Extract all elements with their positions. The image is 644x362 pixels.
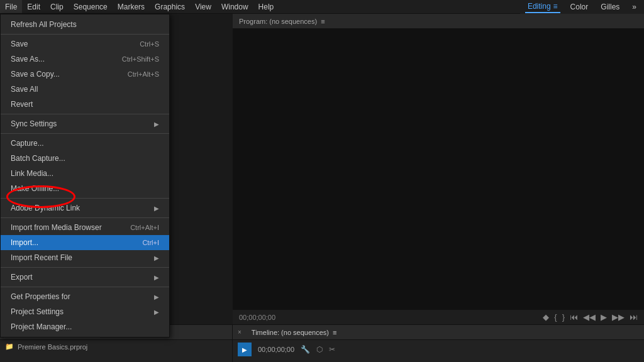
gilles-label: Gilles (601, 3, 619, 11)
program-monitor-timecode-bar: 00;00;00;00 ◆ { } ⏮ ◀◀ ▶ ▶▶ ⏭ (233, 310, 644, 324)
menu-edit[interactable]: Edit (22, 0, 45, 13)
menu-item-refresh-all-projects[interactable]: Refresh All Projects (1, 17, 169, 32)
menu-item-import-from-media-browser[interactable]: Import from Media Browser Ctrl+Alt+I (1, 220, 169, 235)
menu-graphics[interactable]: Graphics (150, 0, 190, 13)
workspace-color[interactable]: Color (568, 1, 591, 13)
menu-item-capture[interactable]: Capture... (1, 136, 169, 151)
go-to-out-btn[interactable]: ⏭ (630, 312, 638, 322)
timeline-panel: × Timeline: (no sequences) ≡ ▶ 00;00;00;… (233, 325, 644, 362)
workspace-more[interactable]: » (630, 1, 639, 13)
timeline-magnet-icon[interactable]: ⬡ (316, 345, 323, 354)
workspace-bar: Editing ≡ Color Gilles » (520, 0, 644, 14)
menu-item-project-manager[interactable]: Project Manager... (1, 319, 169, 334)
menu-item-sync-settings[interactable]: Sync Settings ▶ (1, 116, 169, 131)
menu-sequence[interactable]: Sequence (69, 0, 113, 13)
menu-window[interactable]: Window (216, 0, 253, 13)
menu-item-save-as[interactable]: Save As... Ctrl+Shift+S (1, 52, 169, 67)
program-monitor-content (233, 29, 644, 310)
menu-help[interactable]: Help (253, 0, 279, 13)
program-monitor-header: Program: (no sequences) ≡ (233, 14, 644, 29)
menu-markers[interactable]: Markers (113, 0, 150, 13)
timeline-controls-row: ▶ 00;00;00;00 🔧 ⬡ ✂ (233, 340, 644, 359)
editing-icon: ≡ (553, 2, 558, 11)
color-label: Color (570, 3, 589, 11)
menu-item-import-recent-file[interactable]: Import Recent File ▶ (1, 250, 169, 265)
menu-item-export[interactable]: Export ▶ (1, 270, 169, 285)
out-point-btn[interactable]: } (562, 312, 565, 322)
menu-bar: File Edit Clip Sequence Markers Graphics… (0, 0, 644, 14)
marker-btn[interactable]: ◆ (543, 312, 549, 322)
timeline-tab[interactable]: Timeline: (no sequences) ≡ (245, 327, 343, 338)
timeline-play-btn[interactable]: ▶ (238, 343, 252, 356)
menu-item-save[interactable]: Save Ctrl+S (1, 36, 169, 52)
program-monitor-area: Program: (no sequences) ≡ 00;00;00;00 ◆ … (233, 14, 644, 324)
in-point-btn[interactable]: { (554, 312, 557, 322)
workspace-editing[interactable]: Editing ≡ (525, 1, 560, 13)
file-dropdown-menu: Refresh All Projects Save Ctrl+S Save As… (0, 14, 170, 337)
menu-item-batch-capture[interactable]: Batch Capture... (1, 151, 169, 166)
timeline-close-btn[interactable]: × (238, 329, 242, 336)
menu-item-save-copy[interactable]: Save a Copy... Ctrl+Alt+S (1, 67, 169, 82)
menu-file[interactable]: File (0, 0, 22, 13)
program-monitor-menu-icon[interactable]: ≡ (321, 18, 325, 25)
transport-controls: ◆ { } ⏮ ◀◀ ▶ ▶▶ ⏭ (543, 312, 638, 322)
menu-item-adobe-dynamic-link[interactable]: Adobe Dynamic Link ▶ (1, 200, 169, 216)
menu-item-link-media[interactable]: Link Media... (1, 166, 169, 181)
menu-view[interactable]: View (190, 0, 216, 13)
menu-clip[interactable]: Clip (45, 0, 69, 13)
go-to-in-btn[interactable]: ⏮ (570, 312, 578, 322)
menu-item-get-properties[interactable]: Get Properties for ▶ (1, 289, 169, 304)
menu-item-project-settings[interactable]: Project Settings ▶ (1, 304, 169, 319)
timeline-tabs-row: × Timeline: (no sequences) ≡ (233, 325, 644, 340)
program-monitor-title: Program: (no sequences) (239, 18, 317, 25)
workspace-gilles[interactable]: Gilles (598, 1, 622, 13)
timeline-wrench-icon[interactable]: 🔧 (301, 345, 310, 354)
project-file-row: 📁 Premiere Basics.prproj (0, 340, 232, 353)
timeline-timecode: 00;00;00;00 (258, 346, 294, 353)
menu-item-make-offline[interactable]: Make Offline... (1, 181, 169, 196)
timeline-scissors-icon[interactable]: ✂ (329, 345, 335, 354)
menu-item-import[interactable]: Import... Ctrl+I (1, 235, 169, 250)
menu-item-revert[interactable]: Revert (1, 97, 169, 112)
timeline-tab-label: Timeline: (no sequences) (252, 329, 329, 336)
play-btn[interactable]: ▶ (601, 312, 607, 322)
folder-icon: 📁 (5, 343, 14, 351)
editing-label: Editing (528, 2, 551, 11)
timeline-tab-menu[interactable]: ≡ (333, 329, 336, 336)
program-timecode: 00;00;00;00 (239, 314, 275, 321)
step-fwd-btn[interactable]: ▶▶ (612, 312, 625, 322)
step-back-btn[interactable]: ◀◀ (583, 312, 596, 322)
project-filename: Premiere Basics.prproj (18, 343, 87, 351)
menu-item-save-all[interactable]: Save All (1, 82, 169, 97)
